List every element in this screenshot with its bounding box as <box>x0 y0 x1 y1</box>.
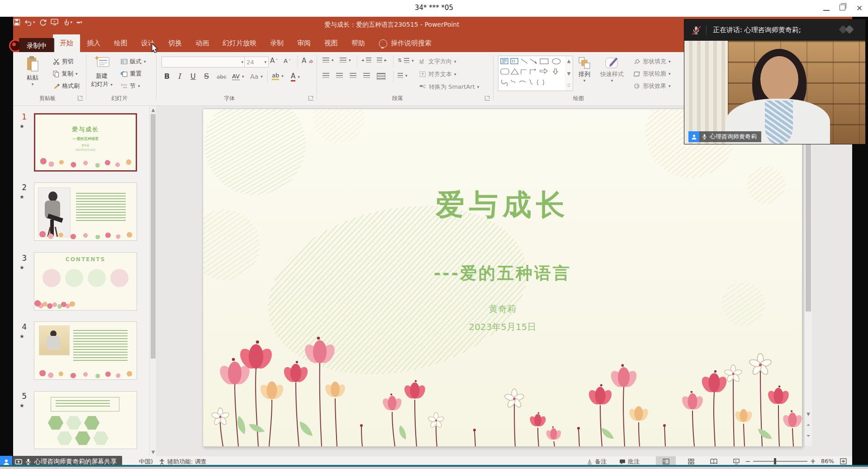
editor-scrollbar[interactable]: ▲ ▼ ⏶ ⏷ <box>804 109 812 446</box>
tab-slideshow[interactable]: 幻灯片放映 <box>216 34 263 52</box>
tab-transitions[interactable]: 切换 <box>161 34 189 52</box>
shapes-gallery[interactable] <box>498 56 566 91</box>
copy-icon <box>53 71 59 77</box>
text-highlight-button[interactable]: ab▾ <box>272 72 284 80</box>
copy-button[interactable]: 复制▾ <box>53 70 78 78</box>
thumbnail-scrollbar[interactable]: ▲ ▼ <box>149 106 156 456</box>
decrease-indent-button[interactable]: ◂ <box>361 57 371 62</box>
abc-strike-button[interactable]: abc <box>217 74 227 80</box>
tab-insert[interactable]: 插入 <box>80 34 107 52</box>
line-spacing-button[interactable]: ⇅▾ <box>398 57 414 63</box>
paste-button[interactable]: 粘贴 ▾ <box>26 56 39 86</box>
thumb2-flowers <box>34 230 137 240</box>
zoom-slider-handle[interactable] <box>774 458 776 464</box>
slide-canvas[interactable]: 爱与成长 ---爱的五种语言 黄奇莉 2023年5月15日 <box>203 109 802 447</box>
zoom-in-button[interactable]: + <box>810 457 816 465</box>
slide-thumbnail-1[interactable]: 爱与成长 ---爱的五种语言 黄奇莉 2023年5月15日 <box>34 113 137 172</box>
clipboard-dialog-launcher-icon[interactable] <box>78 96 83 100</box>
tab-animations[interactable]: 动画 <box>189 34 216 52</box>
grow-font-button[interactable]: A˄ <box>270 57 278 65</box>
slide-date[interactable]: 2023年5月15日 <box>203 321 802 333</box>
font-name-combo[interactable]: ▾ <box>161 57 246 67</box>
align-center-button[interactable] <box>336 73 343 78</box>
quick-styles-button[interactable]: 快速样式▾ <box>600 57 624 83</box>
align-right-button[interactable] <box>350 73 356 78</box>
slide-author[interactable]: 黄奇莉 <box>203 303 802 315</box>
editor-scrollbar-thumb[interactable] <box>806 117 811 311</box>
shrink-font-button[interactable]: A˅ <box>284 57 290 64</box>
slide-title[interactable]: 爱与成长 <box>203 185 802 225</box>
zoom-percentage[interactable]: 86% <box>821 458 834 464</box>
bold-button[interactable]: B <box>164 72 170 81</box>
previous-slide-icon[interactable]: ⏶ <box>805 422 812 428</box>
thumb3-flowers <box>34 299 75 310</box>
shape-effects-button[interactable]: 形状效果▾ <box>634 82 671 90</box>
thumb4-animation-star-icon: ★ <box>19 333 24 340</box>
layout-button[interactable]: 版式▾ <box>121 57 146 66</box>
tab-draw[interactable]: 绘图 <box>107 34 134 52</box>
strikethrough-button[interactable]: S <box>204 72 209 81</box>
justify-button[interactable] <box>363 73 370 78</box>
character-spacing-button[interactable]: AV▾ <box>232 73 244 80</box>
change-case-button[interactable]: Aa▾ <box>250 73 263 80</box>
align-text-button[interactable]: 对齐文本▾ <box>419 70 456 78</box>
slide-thumbnail-4[interactable] <box>34 321 137 380</box>
thumb-scroll-up-icon[interactable]: ▲ <box>150 107 156 113</box>
tab-home[interactable]: 开始 <box>53 34 80 52</box>
fit-to-window-icon[interactable] <box>840 458 847 464</box>
section-button[interactable]: 节▾ <box>121 82 140 90</box>
bullets-button[interactable]: ▾ <box>323 57 334 62</box>
webcam-video <box>684 41 865 144</box>
columns-button[interactable]: ▾ <box>398 73 408 78</box>
mic-muted-icon[interactable] <box>692 26 701 35</box>
slide-thumbnail-5[interactable] <box>34 391 137 449</box>
new-slide-button[interactable]: 新建 幻灯片 ▾ <box>91 56 113 88</box>
numbering-button[interactable]: ▾ <box>340 57 351 62</box>
zoom-slider-track[interactable] <box>753 461 807 462</box>
italic-button[interactable]: I <box>178 72 180 81</box>
tab-record[interactable]: 录制 <box>263 34 290 52</box>
tab-view[interactable]: 视图 <box>318 34 345 52</box>
increase-indent-button[interactable]: ▸ <box>377 57 387 62</box>
font-dialog-launcher-icon[interactable] <box>308 96 313 100</box>
text-direction-icon <box>419 58 426 65</box>
reset-button[interactable]: 重置 <box>121 70 142 78</box>
tab-review[interactable]: 审阅 <box>290 34 318 52</box>
thumb-scroll-down-icon[interactable]: ▼ <box>150 449 156 455</box>
shapes-gallery-scroll[interactable]: ▲ ▼ ⍗ <box>565 56 573 91</box>
tell-me-search[interactable]: 操作说明搜索 <box>379 34 432 52</box>
format-painter-button[interactable]: 格式刷 <box>53 82 80 90</box>
clear-formatting-button[interactable]: A <box>302 57 313 65</box>
slide-editor-area: 爱与成长 ---爱的五种语言 黄奇莉 2023年5月15日 ▲ ▼ ⏶ ⏷ <box>156 106 852 456</box>
columns-icon <box>398 73 403 78</box>
restore-icon[interactable] <box>840 5 845 10</box>
convert-smartart-button[interactable]: 转换为 SmartArt▾ <box>419 83 479 91</box>
paragraph-dialog-launcher-icon[interactable] <box>485 96 490 100</box>
next-slide-icon[interactable]: ⏷ <box>805 433 812 439</box>
slide-thumbnail-3[interactable]: CONTENTS <box>34 252 137 311</box>
shape-fill-button[interactable]: 形状填充▾ <box>634 57 671 66</box>
thumb-scrollbar-thumb[interactable] <box>151 114 156 359</box>
minimize-icon[interactable] <box>823 5 830 11</box>
arrange-button[interactable]: 排列▾ <box>578 57 591 83</box>
align-left-button[interactable] <box>323 73 329 78</box>
cut-button[interactable]: 剪切 <box>53 57 74 66</box>
shape-outline-button[interactable]: 形状轮廓▾ <box>634 70 671 78</box>
underline-button[interactable]: U <box>190 72 196 81</box>
webcam-overlay[interactable]: 正在讲话: 心理咨询师黄奇莉; 心理咨询师黄奇莉 <box>684 19 865 144</box>
ppt-window-title: 爱与成长：爱的五种语言230515 - PowerPoint <box>13 21 771 29</box>
close-icon[interactable]: ✕ <box>856 5 864 13</box>
font-color-button[interactable]: A▾ <box>291 72 300 81</box>
text-direction-button[interactable]: 文字方向▾ <box>419 57 456 66</box>
screen-share-icon <box>15 459 22 465</box>
zoom-out-button[interactable]: − <box>745 457 751 465</box>
slide-thumbnail-2[interactable] <box>34 182 137 241</box>
paragraph-group-label: 段落 <box>384 95 411 102</box>
format-painter-icon <box>53 83 60 89</box>
distribute-button[interactable] <box>377 73 385 80</box>
font-size-combo[interactable]: 24▾ <box>244 57 269 67</box>
thumb3-animation-star-icon: ★ <box>19 264 24 271</box>
slide-subtitle[interactable]: ---爱的五种语言 <box>203 262 802 285</box>
editor-scroll-down-icon[interactable]: ▼ <box>805 411 812 417</box>
tab-help[interactable]: 帮助 <box>345 34 372 52</box>
